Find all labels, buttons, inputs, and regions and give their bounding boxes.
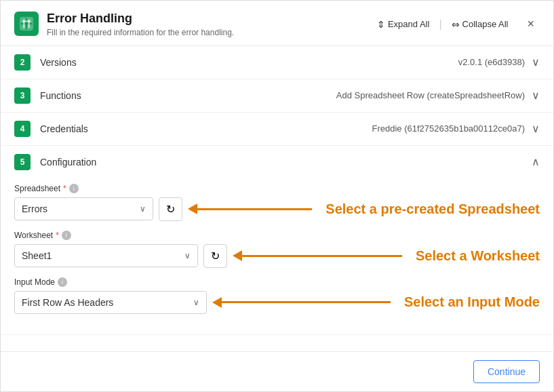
app-icon: [14, 12, 39, 36]
arrow-head-input-mode: [212, 297, 222, 308]
svg-rect-3: [27, 24, 32, 29]
chevron-down-icon-versions: ∨: [532, 56, 540, 68]
worksheet-field-row: Sheet1 ∨ ↻ Select a: [14, 244, 540, 268]
close-button[interactable]: ×: [521, 14, 540, 34]
config-section-header[interactable]: 5 Configuration ∧: [1, 146, 553, 178]
section-number-5: 5: [14, 154, 31, 170]
spreadsheet-annotation-text: Select a pre-created Spreadsheet: [325, 201, 540, 217]
section-configuration: 5 Configuration ∧ Spreadsheet* i Errors: [1, 146, 553, 335]
input-mode-select[interactable]: First Row As Headers ∨: [14, 291, 207, 314]
collapse-all-label: Collapse All: [462, 19, 509, 29]
expand-all-button[interactable]: ⇕ Expand All: [372, 16, 435, 33]
spreadsheet-controls: ∨: [140, 204, 146, 214]
chevron-up-icon-configuration: ∧: [532, 155, 540, 168]
refresh-icon-worksheet: ↻: [211, 250, 220, 262]
worksheet-controls: ∨: [184, 251, 191, 260]
section-label-credentials: Credentials: [40, 123, 372, 134]
worksheet-chevron-icon: ∨: [184, 251, 191, 260]
spreadsheet-field-group: Spreadsheet* i Errors ∨ ↻: [14, 184, 540, 221]
collapse-all-button[interactable]: ⇔ Collapse All: [446, 16, 514, 33]
section-label-versions: Versions: [40, 57, 458, 68]
modal-title: Error Handling: [47, 12, 372, 26]
arrow-head-spreadsheet: [188, 203, 197, 214]
section-credentials[interactable]: 4 Credentials Freddie (61f2752635b1ba001…: [1, 113, 553, 146]
svg-rect-2: [21, 24, 26, 29]
section-value-versions: v2.0.1 (e6d3938): [458, 57, 525, 67]
input-mode-field-group: Input Mode i First Row As Headers ∨: [14, 277, 540, 314]
arrow-line-worksheet: [241, 255, 401, 257]
header-actions: ⇕ Expand All | ⇔ Collapse All ×: [372, 14, 540, 34]
worksheet-select[interactable]: Sheet1 ∨: [14, 244, 198, 267]
refresh-icon-spreadsheet: ↻: [166, 203, 175, 215]
input-mode-annotation-text: Select an Input Mode: [404, 294, 540, 310]
input-mode-chevron-icon: ∨: [193, 298, 199, 307]
header-text: Error Handling Fill in the required info…: [47, 12, 372, 37]
continue-button[interactable]: Continue: [473, 360, 540, 383]
spreadsheet-info-icon[interactable]: i: [69, 184, 79, 193]
section-versions[interactable]: 2 Versions v2.0.1 (e6d3938) ∨: [1, 46, 553, 79]
modal-subtitle: Fill in the required information for the…: [47, 28, 372, 37]
worksheet-required: *: [56, 231, 59, 240]
section-functions[interactable]: 3 Functions Add Spreadsheet Row (createS…: [1, 79, 553, 113]
spreadsheet-field-label: Spreadsheet* i: [14, 184, 540, 193]
input-mode-field-label: Input Mode i: [14, 277, 540, 287]
section-number-2: 2: [14, 54, 31, 71]
modal-container: Error Handling Fill in the required info…: [0, 0, 554, 392]
spreadsheet-field-row: Errors ∨ ↻ Select a: [14, 197, 540, 221]
worksheet-refresh-button[interactable]: ↻: [203, 244, 227, 268]
arrow-line-spreadsheet: [197, 208, 312, 210]
svg-rect-1: [27, 18, 32, 23]
input-mode-annotation-arrow: [212, 297, 390, 308]
modal-header: Error Handling Fill in the required info…: [1, 1, 553, 46]
worksheet-annotation-arrow: [233, 250, 401, 261]
chevron-down-icon-credentials: ∨: [532, 122, 540, 135]
section-label-configuration: Configuration: [40, 157, 532, 168]
modal-body: 2 Versions v2.0.1 (e6d3938) ∨ 3 Function…: [1, 46, 553, 351]
arrow-line-input-mode: [221, 301, 390, 303]
svg-rect-0: [21, 18, 26, 23]
spreadsheet-annotation-arrow: [188, 203, 312, 214]
section-number-3: 3: [14, 87, 31, 104]
arrow-head-worksheet: [233, 250, 242, 261]
collapse-arrows-icon: ⇔: [452, 19, 460, 30]
worksheet-annotation-text: Select a Worksheet: [416, 248, 540, 264]
section-value-functions: Add Spreadsheet Row (createSpreadsheetRo…: [336, 90, 525, 100]
spreadsheet-value: Errors: [22, 203, 47, 214]
expand-arrows-icon: ⇕: [377, 19, 385, 30]
worksheet-field-label: Worksheet* i: [14, 231, 540, 240]
worksheet-value: Sheet1: [22, 250, 52, 261]
section-label-functions: Functions: [40, 90, 336, 101]
spreadsheet-chevron-icon: ∨: [140, 204, 146, 214]
section-value-credentials: Freddie (61f2752635b1ba00112ce0a7): [372, 123, 525, 134]
chevron-down-icon-functions: ∨: [532, 89, 540, 102]
section-number-4: 4: [14, 121, 31, 137]
worksheet-field-group: Worksheet* i Sheet1 ∨ ↻: [14, 231, 540, 268]
worksheet-info-icon[interactable]: i: [62, 231, 71, 240]
input-mode-value: First Row As Headers: [22, 297, 113, 308]
modal-footer: Continue: [1, 351, 553, 391]
spreadsheet-refresh-button[interactable]: ↻: [159, 197, 182, 221]
input-mode-info-icon[interactable]: i: [58, 277, 67, 287]
input-mode-field-row: First Row As Headers ∨ Select an Input M…: [14, 291, 540, 314]
spreadsheet-required: *: [63, 184, 66, 193]
expand-all-label: Expand All: [388, 19, 429, 29]
spreadsheet-select[interactable]: Errors ∨: [14, 197, 153, 220]
config-content: Spreadsheet* i Errors ∨ ↻: [1, 178, 553, 334]
